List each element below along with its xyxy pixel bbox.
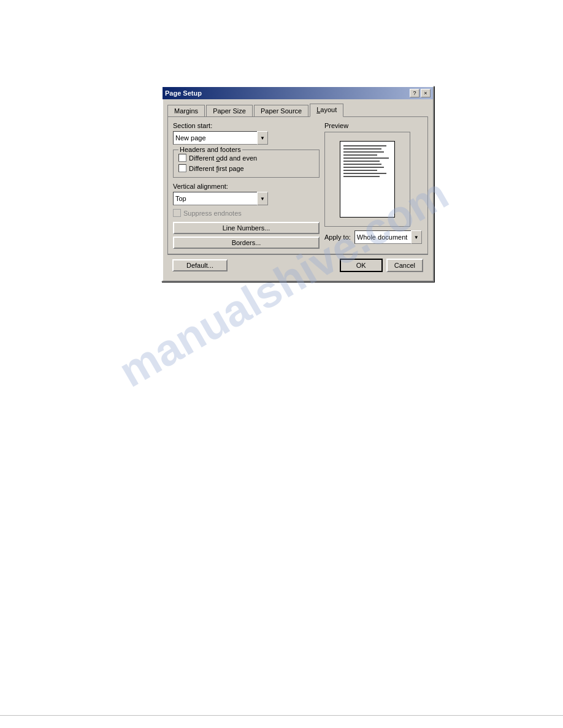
headers-footers-groupbox: Headers and footers Different odd and ev… bbox=[173, 150, 320, 178]
tab-panel-layout: Section start: New page Continuous Even … bbox=[167, 116, 428, 254]
bottom-buttons: Default... OK Cancel bbox=[167, 254, 428, 276]
suppress-endnotes-row: Suppress endnotes bbox=[173, 209, 320, 217]
different-first-page-label: Different first page bbox=[189, 165, 244, 172]
preview-line-9 bbox=[343, 170, 377, 171]
dialog-wrapper: Page Setup ? × Margins Paper Size Paper … bbox=[161, 86, 434, 282]
vertical-alignment-select-wrapper: Top Center Bottom Justified ▼ bbox=[173, 192, 268, 205]
vertical-alignment-label: Vertical alignment: bbox=[173, 183, 320, 190]
borders-button[interactable]: Borders... bbox=[173, 237, 320, 249]
preview-line-4 bbox=[343, 154, 377, 156]
preview-line-3 bbox=[343, 151, 384, 153]
line-numbers-button[interactable]: Line Numbers... bbox=[173, 222, 320, 234]
vertical-alignment-select[interactable]: Top Center Bottom Justified bbox=[173, 192, 268, 205]
help-button[interactable]: ? bbox=[410, 89, 419, 97]
tab-panel-inner: Section start: New page Continuous Even … bbox=[173, 122, 423, 249]
different-odd-even-checkbox[interactable] bbox=[178, 154, 186, 162]
preview-label: Preview bbox=[324, 122, 423, 129]
apply-to-select[interactable]: Whole document This section This point f… bbox=[354, 230, 422, 244]
tab-layout[interactable]: Layout bbox=[310, 104, 343, 117]
suppress-endnotes-label: Suppress endnotes bbox=[183, 210, 242, 217]
tabs-row: Margins Paper Size Paper Source Layout bbox=[167, 103, 428, 116]
different-first-page-row: Different first page bbox=[178, 164, 314, 172]
apply-to-row: Apply to: Whole document This section Th… bbox=[324, 230, 423, 244]
title-bar-controls: ? × bbox=[410, 89, 431, 97]
tab-margins[interactable]: Margins bbox=[167, 105, 205, 117]
ok-button[interactable]: OK bbox=[340, 259, 383, 272]
section-start-select[interactable]: New page Continuous Even page Odd page bbox=[173, 131, 268, 145]
tab-paper-size[interactable]: Paper Size bbox=[206, 105, 253, 117]
preview-line-6 bbox=[343, 161, 380, 162]
apply-to-select-wrapper: Whole document This section This point f… bbox=[354, 230, 422, 244]
preview-line-1 bbox=[343, 145, 386, 146]
close-button[interactable]: × bbox=[421, 89, 431, 97]
page-bottom-line bbox=[0, 715, 563, 716]
suppress-endnotes-checkbox[interactable] bbox=[173, 209, 181, 217]
preview-page bbox=[340, 141, 395, 218]
section-start-select-wrapper: New page Continuous Even page Odd page ▼ bbox=[173, 131, 268, 145]
tab-paper-source[interactable]: Paper Source bbox=[254, 105, 308, 117]
title-bar: Page Setup ? × bbox=[163, 87, 433, 99]
section-start-label: Section start: bbox=[173, 122, 320, 129]
button-row: Line Numbers... Borders... bbox=[173, 222, 320, 249]
left-panel: Section start: New page Continuous Even … bbox=[173, 122, 320, 249]
page-setup-dialog: Page Setup ? × Margins Paper Size Paper … bbox=[161, 86, 434, 282]
default-button[interactable]: Default... bbox=[172, 259, 228, 271]
preview-line-2 bbox=[343, 148, 381, 150]
preview-line-10 bbox=[343, 173, 386, 174]
different-first-page-checkbox[interactable] bbox=[178, 164, 186, 172]
different-odd-even-row: Different odd and even bbox=[178, 154, 314, 162]
dialog-title: Page Setup bbox=[165, 89, 202, 97]
preview-line-11 bbox=[343, 176, 380, 177]
right-panel: Preview bbox=[324, 122, 423, 249]
cancel-button[interactable]: Cancel bbox=[386, 259, 423, 272]
preview-line-8 bbox=[343, 167, 384, 168]
preview-line-5 bbox=[343, 157, 389, 159]
different-odd-even-label: Different odd and even bbox=[189, 154, 257, 162]
title-bar-left: Page Setup bbox=[165, 89, 202, 97]
vertical-alignment-section: Vertical alignment: Top Center Bottom Ju… bbox=[173, 183, 320, 205]
preview-box bbox=[324, 132, 410, 227]
apply-to-label: Apply to: bbox=[324, 233, 351, 241]
bottom-right-buttons: OK Cancel bbox=[340, 259, 423, 272]
dialog-content: Margins Paper Size Paper Source Layout bbox=[163, 99, 433, 281]
headers-footers-legend: Headers and footers bbox=[178, 146, 242, 153]
preview-line-7 bbox=[343, 164, 381, 165]
